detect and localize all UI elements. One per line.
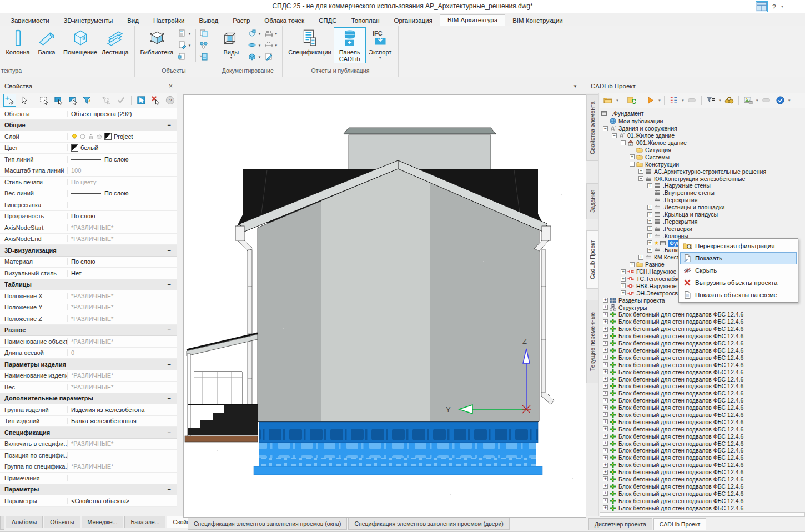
tree-row[interactable]: +Блок бетонный для стен подвалов ФБС 12.… [600,354,805,361]
collapse-minus-icon[interactable]: − [168,122,171,128]
menu-item-показать[interactable]: Показать [680,252,797,264]
penthouse-cap[interactable] [344,128,496,134]
tree-row[interactable]: +Блок бетонный для стен подвалов ФБС 12.… [600,383,805,390]
expand-plus-icon[interactable]: + [630,154,635,159]
prop-section-таблицы[interactable]: Таблицы− [0,279,177,291]
menu-tab-вид[interactable]: Вид [120,16,146,26]
prop-value[interactable]: *РАЗЛИЧНЫЕ* [68,235,177,242]
help-icon[interactable]: ? [164,94,177,107]
expand-plus-icon[interactable]: + [603,341,608,346]
tab-база-эле[interactable]: База эле... [124,516,165,528]
downpipe-left[interactable] [248,250,252,414]
expand-plus-icon[interactable]: + [621,277,626,282]
tab-альбомы[interactable]: Альбомы [6,516,43,528]
tree-row[interactable]: −Конструкции [600,160,805,168]
help-button[interactable]: ? [772,3,776,11]
small-tool-dimension[interactable]: ▼ [264,29,278,38]
prop-value[interactable]: *РАЗЛИЧНЫЕ* [68,304,177,310]
ribbon-button-помещение[interactable]: Помещение [61,27,99,57]
dropdown-caret[interactable]: ▼ [616,99,619,102]
collapse-minus-icon[interactable]: − [168,486,171,493]
tree-row[interactable]: +Блок бетонный для стен подвалов ФБС 12.… [600,418,805,425]
tree-row[interactable]: Мои публикации [600,118,805,125]
small-tool-vdoc[interactable]: V [199,52,208,62]
prop-value[interactable]: По слою [68,156,177,163]
prop-value[interactable]: *РАЗЛИЧНЫЕ* [68,463,177,470]
expand-plus-icon[interactable]: + [647,219,652,224]
rect-select-icon[interactable] [38,94,51,107]
expand-plus-icon[interactable]: + [603,405,608,410]
chevron-down-icon[interactable]: ▼ [573,84,577,89]
menu-tab-организация[interactable]: Организация [387,16,440,26]
table-panel-icon[interactable] [756,1,768,12]
dropdown-caret[interactable]: ▼ [658,99,661,102]
small-tool-cubeblue[interactable]: ▼ [248,52,261,62]
tree-row[interactable]: +Блок бетонный для стен подвалов ФБС 12.… [600,490,805,497]
collapse-minus-icon[interactable]: − [638,176,643,181]
expand-plus-icon[interactable]: + [603,491,608,496]
tab-cadlib-проект[interactable]: CADLib Проект [653,518,707,530]
tab-диспетчер-проекта[interactable]: Диспетчер проекта [588,518,652,530]
prop-section-разное[interactable]: Разное− [0,325,177,337]
tree-row[interactable]: +Блок бетонный для стен подвалов ФБС 12.… [600,411,805,419]
tree-row[interactable]: +Блок бетонный для стен подвалов ФБС 12.… [600,425,805,433]
prop-value[interactable]: По слою [68,258,177,265]
image-export-icon[interactable] [742,94,754,107]
menu-item-показать-объекты-на-схеме[interactable]: Показать объекты на схеме [680,289,797,301]
expand-plus-icon[interactable]: + [603,391,608,396]
tree-row[interactable]: +Блок бетонный для стен подвалов ФБС 12.… [600,333,805,340]
panel-divider[interactable] [177,77,177,532]
tree-row[interactable]: +.Лестницы и площадки [600,204,805,211]
small-tool-smalldoc2[interactable]: ▼ [178,41,191,50]
expand-plus-icon[interactable]: + [638,169,643,174]
panel-divider[interactable] [586,77,586,532]
prop-section-3d-визуализация[interactable]: 3D-визуализация− [0,245,177,257]
expand-plus-icon[interactable]: + [603,476,608,481]
expand-plus-icon[interactable]: + [603,369,608,374]
prop-value[interactable]: *РАЗЛИЧНЫЕ* [68,315,177,322]
expand-plus-icon[interactable]: + [603,463,608,468]
expand-plus-icon[interactable]: + [647,226,652,231]
hierarchy-icon[interactable] [667,94,680,107]
ribbon-button-балка[interactable]: Балка [32,27,61,57]
prop-value[interactable]: По цвету [68,179,177,185]
small-tool-pencil[interactable] [264,52,278,62]
help-dropdown-caret[interactable]: ▼ [781,5,784,8]
expand-plus-icon[interactable]: + [647,205,652,210]
penthouse-box[interactable] [349,135,491,170]
menu-tab-bim-конструкции[interactable]: BIM Конструкции [505,16,570,26]
expand-plus-icon[interactable]: + [647,248,652,253]
tree-row[interactable]: +Блок бетонный для стен подвалов ФБС 12.… [600,340,805,347]
small-tool-copydoc[interactable] [199,29,208,38]
collapse-minus-icon[interactable]: − [168,361,171,368]
check-sync-icon[interactable] [774,94,787,107]
tree-row[interactable]: −01.Жилое здание [600,132,805,139]
open-folder-icon[interactable] [602,94,615,107]
plus-cursor-icon[interactable] [3,94,16,107]
expand-plus-icon[interactable]: + [638,255,643,260]
menu-tab-топоплан[interactable]: Топоплан [344,16,387,26]
prop-value[interactable]: *РАЗЛИЧНЫЕ* [68,224,177,231]
tree-row[interactable]: +Блок бетонный для стен подвалов ФБС 12.… [600,397,805,404]
small-tool-ellipse[interactable]: ▼ [248,41,261,50]
prop-value[interactable]: *РАЗЛИЧНЫЕ* [68,293,177,299]
tree-row[interactable]: +Блок бетонный для стен подвалов ФБС 12.… [600,504,805,511]
prop-section-параметры-изделия[interactable]: Параметры изделия− [0,359,177,370]
dropdown-caret[interactable]: ▼ [788,99,791,102]
tree-row[interactable]: −001.Жилое здание [600,139,805,147]
ribbon-button-колонна[interactable]: Колонна [3,27,32,57]
prop-value[interactable]: 0 [68,349,177,356]
tree-row[interactable]: +Блок бетонный для стен подвалов ФБС 12.… [600,368,805,375]
tree-row[interactable]: Ситуация [600,147,805,154]
menu-tab-настройки[interactable]: Настройки [146,16,192,26]
tree-row[interactable]: +Структуры [600,304,805,311]
prop-value[interactable]: *РАЗЛИЧНЫЕ* [68,384,177,390]
tree-row[interactable]: +Системы [600,153,805,160]
small-tool-cubeplus[interactable]: ▼ [248,29,261,38]
db-refresh-icon[interactable] [625,94,638,107]
expand-plus-icon[interactable]: + [603,377,608,382]
tree-row[interactable]: +Блок бетонный для стен подвалов ФБС 12.… [600,318,805,325]
collapse-minus-icon[interactable]: − [621,140,626,145]
downpipe-right[interactable] [541,250,546,392]
tree-row[interactable]: +.Ростверки [600,225,805,232]
